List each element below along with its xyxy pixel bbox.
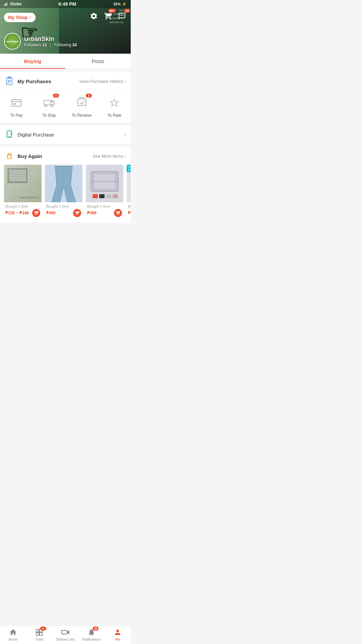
battery-icon: ⚡	[122, 2, 127, 6]
product-card-2[interactable]: Bought 1 time ₱450	[45, 165, 82, 218]
digital-purchase-label: Digital Purchase	[17, 132, 54, 138]
to-receive-icon	[75, 96, 88, 110]
bought-times-4: Bought 1	[128, 204, 131, 208]
jeans-img-bg	[45, 165, 82, 202]
to-pay-icon-wrap	[9, 96, 24, 110]
chevron-icon: ›	[125, 79, 126, 84]
to-receive-icon-wrap: 2	[74, 96, 89, 110]
svg-point-13	[45, 105, 47, 107]
purchases-section: My Purchases View Purchase History › To …	[0, 72, 131, 122]
to-ship-label: To Ship	[42, 113, 56, 118]
to-ship-badge: 1	[53, 94, 59, 98]
svg-rect-9	[12, 100, 21, 106]
price-row-1: ₱135 ~ ₱148	[5, 209, 40, 217]
see-more-button[interactable]: See More Items ›	[93, 154, 126, 159]
product-info-4: Bought 1 ₱699	[127, 202, 131, 218]
product-image-2	[45, 165, 82, 202]
bought-times-3: Bought 1 time	[87, 204, 122, 208]
product-image-3	[86, 165, 123, 202]
cursor-hand-icon: ☞	[20, 20, 38, 44]
product-card-3[interactable]: Bought 1 time ₱499	[86, 165, 123, 218]
buy-again-header: Buy Again See More Items ›	[0, 144, 131, 165]
purchases-header: My Purchases View Purchase History ›	[0, 72, 131, 90]
svg-rect-27	[93, 194, 98, 198]
to-ship-icon-wrap: 1	[42, 96, 56, 110]
to-pay-label: To Pay	[10, 113, 22, 118]
bought-times-2: Bought 1 time	[46, 204, 81, 208]
battery-percent: 32%	[113, 2, 121, 6]
status-time: 6:49 PM	[59, 1, 76, 7]
follow-divider: |	[50, 43, 51, 47]
to-rate-icon	[108, 96, 121, 110]
mouse-img-bg: 3510PLUS	[127, 165, 131, 202]
status-to-ship[interactable]: 1 To Ship	[33, 96, 66, 118]
to-rate-label: To Rate	[108, 113, 121, 118]
laptop-pattern: BuyNowRethink	[4, 165, 42, 202]
cart-button[interactable]: 99+	[102, 10, 114, 22]
following-label: Following	[54, 43, 71, 47]
add-to-cart-1[interactable]	[32, 209, 40, 217]
chevron-right-icon: ›	[29, 15, 31, 20]
battery-info: 32% ⚡	[113, 2, 127, 6]
add-to-cart-2[interactable]	[73, 209, 81, 217]
jeans-svg	[45, 165, 82, 202]
price-row-3: ₱499	[87, 209, 122, 217]
purchases-icon	[5, 76, 14, 86]
status-to-receive[interactable]: 2 To Receive	[65, 96, 98, 118]
buy-again-section: Buy Again See More Items › BuyNowRethink…	[0, 144, 131, 222]
price-row-4: ₱699	[128, 209, 131, 217]
price-4: ₱699	[128, 211, 131, 215]
avatar-image: malunggay	[5, 34, 20, 49]
to-rate-icon-wrap	[107, 96, 122, 110]
buy-again-icon	[5, 151, 14, 161]
digital-purchase-left: Digital Purchase	[5, 130, 124, 139]
header-action-icons: 99+ 13	[88, 10, 128, 22]
to-receive-badge: 2	[86, 94, 92, 98]
bag-img-bg	[86, 165, 123, 202]
view-history-label: View Purchase History	[79, 79, 123, 84]
price-1: ₱135 ~ ₱148	[5, 211, 29, 215]
purchases-title-group: My Purchases	[5, 76, 51, 86]
cart-badge: 99+	[108, 9, 116, 13]
laptop-img	[7, 168, 27, 183]
digital-purchase-chevron: ›	[124, 131, 126, 138]
digital-purchase-section[interactable]: Digital Purchase ›	[0, 122, 131, 144]
avatar: malunggay	[4, 33, 21, 50]
buy-again-title-group: Buy Again	[5, 151, 42, 161]
chat-button[interactable]: 13	[116, 10, 128, 22]
svg-rect-0	[4, 4, 5, 6]
view-history-button[interactable]: View Purchase History ›	[79, 79, 126, 84]
carrier-name: Globe	[10, 2, 21, 6]
product-info-3: Bought 1 time ₱499	[86, 202, 123, 218]
price-row-2: ₱450	[46, 209, 81, 217]
bought-times-1: Bought 1 time	[5, 204, 40, 208]
purchases-title-text: My Purchases	[17, 78, 51, 84]
price-3: ₱499	[87, 211, 97, 215]
product-image-4: 3510PLUS	[127, 165, 131, 202]
svg-marker-16	[110, 99, 118, 106]
status-bar: Globe 6:49 PM 32% ⚡	[0, 0, 131, 8]
digital-purchase-icon	[5, 130, 14, 139]
status-to-rate[interactable]: To Rate	[98, 96, 131, 118]
product-image-1: BuyNowRethink	[4, 165, 42, 202]
tab-bar: Buying Posts	[0, 54, 131, 69]
see-more-chevron: ›	[125, 154, 126, 159]
svg-rect-12	[44, 100, 51, 105]
to-ship-icon	[42, 96, 56, 110]
tab-posts[interactable]: Posts	[65, 54, 131, 69]
settings-button[interactable]	[88, 10, 100, 22]
add-to-cart-3[interactable]	[114, 209, 122, 217]
product-badge: 3510PLUS	[127, 165, 131, 172]
header-banner: 2in1HERBALSHAMPOOARGAN OIL My Shop › ☞ 9…	[0, 0, 131, 54]
bag-svg	[86, 165, 123, 202]
chat-badge: 13	[124, 9, 130, 13]
price-2: ₱450	[46, 211, 56, 215]
tab-buying[interactable]: Buying	[0, 54, 65, 69]
status-to-pay[interactable]: To Pay	[0, 96, 33, 118]
product-card-1[interactable]: BuyNowRethink Bought 1 time ₱135 ~ ₱148	[4, 165, 42, 218]
my-shop-label: My Shop	[8, 15, 27, 20]
svg-rect-2	[6, 3, 7, 6]
product-card-4[interactable]: 3510PLUS Bought 1 ₱699	[127, 165, 131, 218]
svg-rect-29	[106, 194, 111, 198]
products-row: BuyNowRethink Bought 1 time ₱135 ~ ₱148	[0, 165, 131, 222]
